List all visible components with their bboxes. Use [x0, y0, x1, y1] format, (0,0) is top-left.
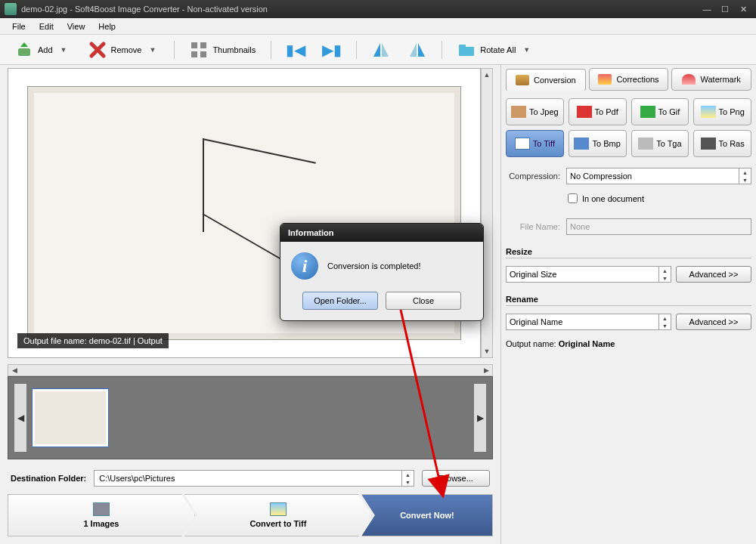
minimize-button[interactable]: — [699, 3, 715, 15]
spinner-icon[interactable]: ▲▼ [401, 471, 414, 486]
separator [356, 41, 357, 59]
add-icon [15, 41, 33, 59]
remove-button[interactable]: Remove ▼ [82, 38, 166, 62]
conversion-icon [516, 75, 529, 85]
thumbnails-icon [190, 41, 208, 59]
skip-last-icon: ▶▮ [323, 41, 341, 59]
rename-advanced-button[interactable]: Advanced >> [676, 314, 751, 330]
skip-first-icon: ▮◀ [287, 41, 305, 59]
app-icon [5, 3, 17, 15]
jpeg-icon [511, 106, 526, 118]
resize-advanced-button[interactable]: Advanced >> [676, 266, 751, 283]
tab-watermark[interactable]: Watermark [671, 68, 751, 91]
destination-input[interactable]: C:\Users\pc\Pictures ▲▼ [94, 470, 414, 487]
separator [271, 41, 271, 59]
svg-rect-4 [200, 51, 206, 57]
spinner-icon[interactable]: ▲▼ [658, 267, 671, 282]
format-ras-button[interactable]: To Ras [693, 130, 751, 157]
svg-rect-3 [191, 51, 197, 57]
first-button[interactable]: ▮◀ [280, 38, 311, 62]
tiff-icon [515, 138, 530, 150]
menu-view[interactable]: View [61, 20, 91, 33]
last-button[interactable]: ▶▮ [317, 38, 347, 62]
format-pdf-button[interactable]: To Pdf [569, 98, 627, 125]
open-folder-button[interactable]: Open Folder... [302, 292, 378, 310]
remove-icon [88, 41, 107, 59]
format-jpeg-button[interactable]: To Jpeg [506, 98, 564, 125]
flip-v-button[interactable] [402, 38, 432, 62]
rename-combo[interactable]: Original Name ▲▼ [506, 314, 671, 330]
convert-now-button[interactable]: Convert Now! [361, 494, 493, 536]
svg-rect-5 [459, 47, 474, 56]
chevron-down-icon: ▼ [520, 46, 533, 54]
flip-horizontal-icon [372, 41, 390, 59]
folder-icon [457, 41, 476, 59]
compression-label: Compression: [506, 172, 560, 181]
output-overlay: Output file name: demo-02.tif | Output [17, 333, 169, 348]
thumb-prev-button[interactable]: ◀ [14, 384, 26, 452]
picture-icon [270, 502, 287, 516]
scroll-down-icon[interactable]: ▼ [482, 345, 492, 357]
images-icon [93, 502, 110, 516]
scroll-right-icon[interactable]: ▶ [480, 365, 492, 376]
format-png-button[interactable]: To Png [693, 98, 751, 125]
dialog-title: Information [280, 224, 483, 242]
tab-conversion[interactable]: Conversion [506, 69, 586, 91]
scroll-left-icon[interactable]: ◀ [8, 365, 20, 376]
resize-header: Resize [506, 247, 751, 258]
chevron-down-icon: ▼ [57, 46, 70, 54]
ras-icon [701, 138, 716, 150]
separator [174, 41, 175, 59]
scrollbar-horizontal[interactable]: ◀ ▶ [8, 364, 493, 376]
browse-button[interactable]: Browse... [422, 470, 490, 487]
menu-edit[interactable]: Edit [33, 20, 60, 33]
output-name-row: Output name: Original Name [506, 339, 751, 348]
svg-rect-2 [200, 42, 206, 48]
titlebar: demo-02.jpg - Soft4Boost Image Converter… [0, 0, 756, 18]
gif-icon [640, 106, 655, 118]
flip-vertical-icon [408, 41, 426, 59]
destination-label: Destination Folder: [11, 474, 86, 483]
information-dialog: Information i Conversion is completed! O… [280, 223, 484, 321]
pdf-icon [577, 106, 592, 118]
format-bmp-button[interactable]: To Bmp [569, 130, 627, 157]
png-icon [701, 106, 716, 118]
info-icon: i [291, 252, 318, 280]
svg-rect-1 [191, 42, 197, 48]
spinner-icon[interactable]: ▲▼ [739, 168, 751, 184]
spinner-icon[interactable]: ▲▼ [658, 314, 671, 329]
format-tiff-button[interactable]: To Tiff [506, 130, 564, 157]
tab-corrections[interactable]: Corrections [589, 68, 669, 91]
toolbar: Add ▼ Remove ▼ Thumbnails ▮◀ ▶▮ Rotate A… [0, 35, 756, 65]
window-title: demo-02.jpg - Soft4Boost Image Converter… [21, 5, 699, 14]
menubar: File Edit View Help [0, 18, 756, 35]
thumbnails-button[interactable]: Thumbnails [184, 38, 262, 62]
in-one-document-label: In one document [582, 194, 644, 203]
scroll-up-icon[interactable]: ▲ [482, 69, 492, 81]
add-button[interactable]: Add ▼ [9, 38, 76, 62]
format-tga-button[interactable]: To Tga [631, 130, 689, 157]
svg-rect-0 [18, 48, 30, 56]
separator [442, 41, 442, 59]
svg-rect-6 [459, 45, 466, 48]
thumb-next-button[interactable]: ▶ [474, 384, 486, 452]
flip-h-button[interactable] [366, 38, 396, 62]
format-gif-button[interactable]: To Gif [631, 98, 689, 125]
in-one-document-checkbox[interactable] [568, 193, 578, 203]
compression-combo[interactable]: No Compression ▲▼ [566, 168, 751, 184]
corrections-icon [598, 74, 612, 85]
rename-header: Rename [506, 295, 751, 306]
chevron-down-icon: ▼ [146, 46, 159, 54]
bmp-icon [574, 138, 589, 150]
menu-help[interactable]: Help [92, 20, 122, 33]
rotate-button[interactable]: Rotate All ▼ [451, 38, 539, 62]
thumbnail-item[interactable] [33, 389, 108, 447]
close-window-button[interactable]: ✕ [735, 3, 751, 15]
step-format: Convert to Tiff [184, 494, 372, 536]
filename-input: None [566, 218, 751, 235]
resize-combo[interactable]: Original Size ▲▼ [506, 266, 671, 283]
menu-file[interactable]: File [6, 20, 32, 33]
step-images: 1 Images [8, 494, 195, 536]
maximize-button[interactable]: ☐ [717, 3, 733, 15]
dialog-close-button[interactable]: Close [386, 292, 461, 310]
